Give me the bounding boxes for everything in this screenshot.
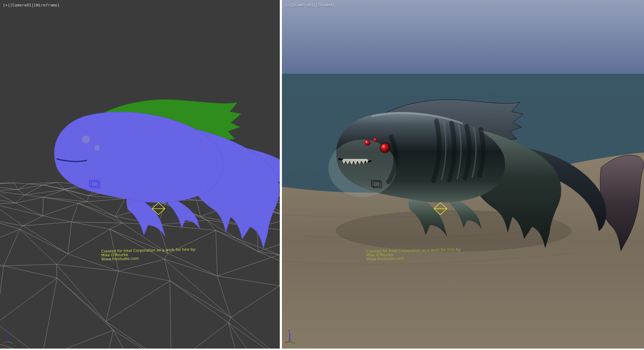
credit-text: Created for Intel Corporation as a work … [101,247,196,261]
viewport-menu-pov[interactable]: [Camera01] [10,3,34,8]
viewport-shaded[interactable]: [+][Camera01][Shaded] Created for Intel … [282,0,644,349]
viewport-menu-shading[interactable]: [Shaded] [316,3,335,8]
viewport-menu-shading[interactable]: [Wireframe] [34,3,60,8]
axis-z-label: z [288,329,290,332]
axis-x-line [285,341,290,343]
axis-z-label: z [6,329,8,332]
fish-model-wireframe[interactable] [0,0,280,349]
viewport-label: [+][Camera01][Shaded] [285,3,335,8]
credit-text: Created for Intel Corporation as a work … [366,247,462,261]
world-axis-tripod: z [2,328,18,345]
axis-y-line [290,341,295,344]
axis-y-line [8,341,13,344]
axis-x-line [3,341,8,343]
world-axis-tripod: z [284,328,300,345]
viewport-menu-general[interactable]: [+] [285,3,292,8]
viewport-area: [+][Camera01][Wireframe] Created for Int… [0,0,644,350]
fish-caudal-fin[interactable] [600,155,644,251]
viewport-wireframe[interactable]: [+][Camera01][Wireframe] Created for Int… [0,0,280,349]
fish-model-shaded[interactable] [282,0,644,349]
viewport-menu-pov[interactable]: [Camera01] [292,3,316,8]
viewport-menu-general[interactable]: [+] [3,3,10,8]
viewport-label: [+][Camera01][Wireframe] [3,3,60,8]
